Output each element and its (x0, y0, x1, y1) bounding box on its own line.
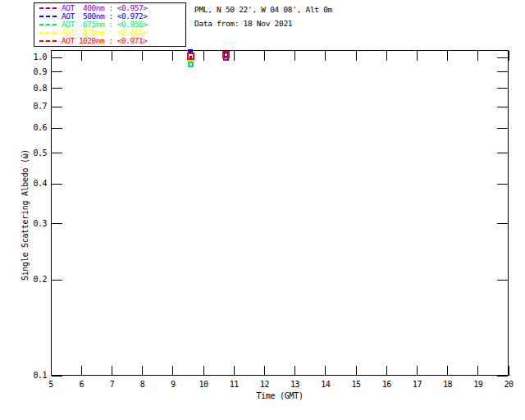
x-tick-top (81, 51, 82, 61)
y-tick-label: 0.3 (19, 219, 47, 228)
y-tick-label: 0.7 (19, 102, 47, 111)
data-marker (222, 51, 230, 58)
x-tick-bottom (447, 366, 448, 376)
x-tick-top (447, 51, 448, 61)
x-tick-bottom (142, 366, 143, 376)
y-tick-right (497, 153, 508, 153)
y-axis-title: Single Scattering Albedo (ῶ) (21, 149, 30, 281)
header-site-text: PML, N 50 22', W 04 08', Alt 0m (194, 5, 332, 14)
legend-dash-line-icon (39, 16, 57, 17)
legend-item: AOT 1020nm : <0.971> (39, 37, 185, 45)
y-tick-label: 0.1 (19, 371, 47, 380)
x-tick-label: 9 (161, 380, 185, 389)
x-tick-top (234, 51, 235, 61)
x-tick-label: 17 (404, 380, 429, 389)
x-tick-bottom (386, 366, 387, 376)
ssa-plot-page: AOT 400nm : <0.957>AOT 500nm : <0.972>AO… (0, 0, 525, 420)
y-tick-right (497, 184, 508, 185)
x-tick-bottom (356, 366, 357, 376)
x-tick-top (325, 51, 326, 61)
x-tick-top (477, 51, 478, 61)
x-axis-title: Time (GMT) (198, 391, 362, 400)
x-tick-top (142, 51, 143, 61)
y-tick-label: 0.2 (19, 275, 47, 284)
legend-item-label: AOT 1020nm : <0.971> (62, 37, 147, 45)
legend-dash-line-icon (39, 40, 57, 42)
y-tick-right (497, 107, 508, 107)
x-tick-top (294, 51, 295, 61)
x-tick-label: 19 (466, 380, 491, 389)
x-tick-top (386, 51, 387, 61)
x-tick-bottom (81, 366, 82, 376)
x-tick-top (417, 51, 418, 61)
x-tick-bottom (264, 366, 265, 376)
x-tick-label: 6 (69, 380, 94, 389)
y-tick-label: 1.0 (19, 52, 47, 62)
x-tick-bottom (509, 366, 509, 376)
y-tick-right (497, 57, 508, 58)
plot-frame (51, 50, 509, 376)
y-tick-label: 0.6 (19, 123, 47, 132)
x-tick-top (509, 51, 509, 61)
x-tick-label: 15 (344, 380, 368, 389)
x-tick-top (264, 51, 265, 61)
y-tick-left (52, 88, 62, 89)
x-tick-bottom (294, 366, 295, 376)
x-tick-bottom (417, 366, 418, 376)
legend-dash-line-icon (39, 24, 57, 25)
x-tick-label: 11 (221, 380, 246, 389)
x-tick-top (51, 51, 52, 61)
y-tick-left (52, 128, 62, 129)
x-tick-bottom (325, 366, 326, 376)
x-tick-bottom (203, 366, 204, 376)
y-tick-label: 0.5 (19, 148, 47, 158)
x-tick-label: 13 (283, 380, 308, 389)
y-tick-right (497, 223, 508, 224)
y-tick-left (52, 71, 62, 72)
x-tick-bottom (172, 366, 173, 376)
x-tick-bottom (51, 366, 52, 376)
x-tick-top (172, 51, 173, 61)
x-tick-label: 8 (130, 380, 155, 389)
y-tick-label: 0.8 (19, 84, 47, 93)
y-tick-label: 0.4 (19, 179, 47, 188)
y-tick-left (52, 280, 62, 281)
y-tick-label: 0.9 (19, 67, 47, 76)
x-tick-bottom (234, 366, 235, 376)
x-tick-label: 20 (496, 380, 521, 389)
x-tick-label: 14 (313, 380, 338, 389)
y-tick-right (497, 280, 508, 281)
legend-box: AOT 400nm : <0.957>AOT 500nm : <0.972>AO… (34, 2, 186, 47)
x-tick-top (356, 51, 357, 61)
data-marker (189, 56, 192, 58)
x-tick-label: 7 (99, 380, 124, 389)
x-tick-label: 16 (374, 380, 399, 389)
y-tick-right (497, 376, 508, 377)
x-tick-label: 18 (436, 380, 460, 389)
y-tick-left (52, 107, 62, 107)
y-tick-left (52, 184, 62, 185)
x-tick-bottom (477, 366, 478, 376)
x-tick-top (112, 51, 112, 61)
y-tick-left (52, 57, 62, 58)
x-tick-label: 5 (39, 380, 63, 389)
legend-dash-line-icon (39, 7, 57, 9)
data-marker (188, 62, 194, 67)
y-tick-left (52, 153, 62, 153)
header-date-text: Data from: 18 Nov 2021 (194, 19, 292, 28)
x-tick-label: 12 (252, 380, 276, 389)
y-tick-right (497, 128, 508, 129)
x-tick-label: 10 (191, 380, 216, 389)
x-tick-bottom (112, 366, 112, 376)
x-tick-top (203, 51, 204, 61)
y-tick-left (52, 223, 62, 224)
legend-dash-line-icon (39, 32, 57, 34)
y-tick-left (52, 376, 62, 377)
y-tick-right (497, 71, 508, 72)
y-tick-right (497, 88, 508, 89)
